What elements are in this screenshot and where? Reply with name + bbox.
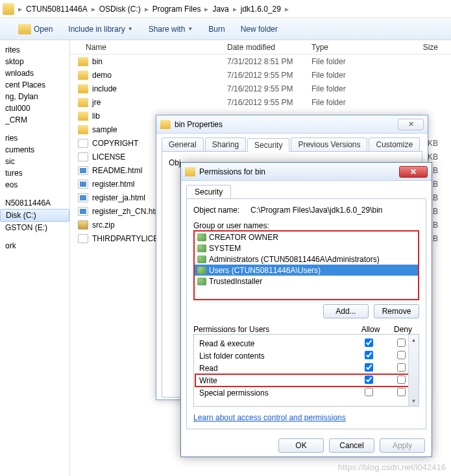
dialog-buttons: OK Cancel Apply [181,434,432,457]
tab[interactable]: Customize [369,137,420,151]
nav-item[interactable]: ctul000 [0,102,69,114]
column-headers[interactable]: Name Date modified Type Size [70,40,451,54]
deny-checkbox[interactable] [397,351,406,359]
group-item[interactable]: CREATOR OWNER [195,232,418,243]
nav-item[interactable]: sktop [0,56,69,67]
file-row[interactable]: demo7/16/2012 9:55 PMFile folder [70,68,451,82]
deny-checkbox[interactable] [397,339,406,347]
permission-row: Read [195,362,417,374]
tab-security[interactable]: Security [186,185,231,198]
group-item[interactable]: TrustedInstaller [195,276,418,287]
group-name: Administrators (CTUN50811446A\Administra… [209,255,380,264]
group-listbox[interactable]: CREATOR OWNERSYSTEMAdministrators (CTUN5… [193,230,419,300]
col-size[interactable]: Size [383,43,451,52]
crumb[interactable]: OSDisk (C:) [97,5,143,14]
add-button[interactable]: Add... [323,304,369,318]
folder-icon [3,3,14,15]
allow-checkbox[interactable] [365,375,373,384]
crumb[interactable]: Java [210,5,231,14]
crumb[interactable]: Program Files [150,5,204,14]
folder-icon [78,125,88,134]
chevron-right-icon[interactable]: ▸ [17,5,23,14]
new-folder-button[interactable]: New folder [241,25,278,34]
col-name[interactable]: Name [70,43,227,52]
deny-checkbox[interactable] [397,388,406,396]
tab[interactable]: Security [247,138,289,152]
allow-checkbox[interactable] [365,363,373,372]
breadcrumb[interactable]: ▸ CTUN50811446A ▸ OSDisk (C:) ▸ Program … [0,0,451,18]
tab-strip: GeneralSharingSecurityPrevious VersionsC… [156,134,428,151]
nav-item[interactable]: cuments [0,144,69,156]
scroll-down-icon[interactable]: ▼ [409,396,419,406]
file-type: File folder [311,71,383,80]
user-group-icon [197,244,206,252]
perm-name: Read [199,364,352,373]
folder-open-icon [18,24,31,34]
permission-row: Special permissions [195,387,417,399]
nav-item[interactable]: sic [0,156,69,167]
tab-strip: Security [181,181,432,198]
newfolder-label: New folder [241,25,278,34]
chevron-right-icon[interactable]: ▸ [232,5,238,14]
chevron-right-icon[interactable]: ▸ [284,5,290,14]
allow-checkbox[interactable] [365,351,373,359]
deny-checkbox[interactable] [397,375,406,384]
nav-tree[interactable]: ritessktopwnloadscent Placesng, Dylanctu… [0,40,70,476]
nav-item[interactable]: Disk (C:) [0,209,69,222]
apply-button[interactable]: Apply [380,438,425,453]
crumb[interactable]: jdk1.6.0_29 [238,5,284,14]
scroll-up-icon[interactable]: ▲ [409,335,419,345]
tab[interactable]: Previous Versions [291,137,367,151]
burn-button[interactable]: Burn [208,25,225,34]
group-item[interactable]: Users (CTUN50811446A\Users) [195,265,418,276]
permissions-list: ▲ ▼ Read & executeList folder contentsRe… [193,334,419,407]
close-button[interactable]: ✕ [398,119,424,130]
nav-item[interactable]: ork [0,240,69,252]
file-icon [78,152,88,161]
nav-item[interactable]: _CRM [0,114,69,126]
allow-checkbox[interactable] [365,339,373,347]
nav-item[interactable]: eos [0,179,69,191]
scrollbar[interactable]: ▲ ▼ [408,335,419,406]
nav-item[interactable]: cent Places [0,79,69,91]
close-button[interactable]: ✕ [399,166,428,178]
group-item[interactable]: Administrators (CTUN50811446A\Administra… [195,254,418,265]
folder-icon [78,84,88,93]
nav-item[interactable]: rites [0,44,69,56]
titlebar[interactable]: Permissions for bin ✕ [181,163,432,181]
col-type[interactable]: Type [311,43,383,52]
learn-link[interactable]: Learn about access control and permissio… [193,413,346,422]
nav-item[interactable]: ries [0,132,69,144]
titlebar[interactable]: bin Properties ✕ [156,115,428,134]
zip-icon [78,220,88,230]
deny-checkbox[interactable] [397,363,406,372]
chevron-right-icon[interactable]: ▸ [90,5,97,14]
include-library-button[interactable]: Include in library▼ [68,25,132,34]
nav-item[interactable]: wnloads [0,67,69,79]
tab[interactable]: Sharing [205,137,246,151]
file-row[interactable]: jre7/16/2012 9:55 PMFile folder [70,95,451,109]
dialog-title: Permissions for bin [199,167,399,176]
file-row[interactable]: bin7/31/2012 8:51 PMFile folder [70,54,451,68]
nav-item[interactable]: N50811446A [0,197,69,209]
chevron-right-icon[interactable]: ▸ [143,5,150,14]
nav-item[interactable]: tures [0,167,69,179]
cancel-button[interactable]: Cancel [329,438,374,453]
file-name: bin [92,57,227,66]
col-date[interactable]: Date modified [227,43,311,52]
include-label: Include in library [68,25,125,34]
tab[interactable]: General [162,137,204,151]
file-row[interactable]: include7/16/2012 9:55 PMFile folder [70,82,451,95]
nav-item[interactable]: ng, Dylan [0,91,69,102]
htm-icon [78,180,88,189]
ok-button[interactable]: OK [278,438,324,453]
crumb[interactable]: CTUN50811446A [23,5,90,14]
nav-item[interactable]: GSTON (E:) [0,222,69,233]
group-item[interactable]: SYSTEM [195,243,418,254]
open-button[interactable]: Open [18,24,53,34]
perm-name: Write [199,376,352,385]
share-with-button[interactable]: Share with▼ [149,25,193,34]
allow-checkbox[interactable] [365,388,373,396]
chevron-right-icon[interactable]: ▸ [203,5,210,14]
remove-button[interactable]: Remove [374,304,419,318]
